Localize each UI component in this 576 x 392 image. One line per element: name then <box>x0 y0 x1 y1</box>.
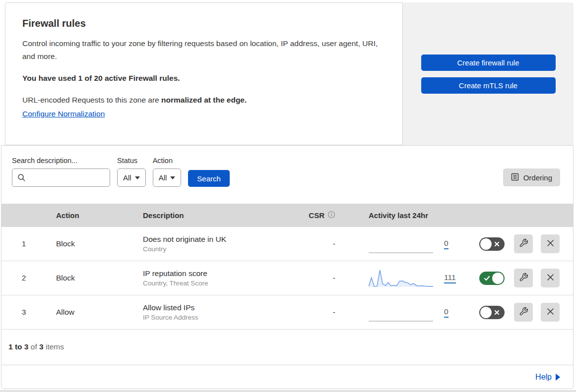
list-icon <box>511 173 519 182</box>
action-label: Action <box>153 157 182 165</box>
chevron-down-icon <box>170 176 175 179</box>
status-label: Status <box>117 157 146 165</box>
create-firewall-rule-button[interactable]: Create firewall rule <box>421 55 556 71</box>
table-row: 2 Block IP reputation score Country, Thr… <box>1 261 573 295</box>
activity-count-link[interactable]: 0 <box>444 239 448 249</box>
rule-enabled-toggle[interactable] <box>479 237 505 251</box>
toggle-knob <box>480 307 492 318</box>
rule-action: Block <box>46 239 133 248</box>
filter-bar: Search description... Status All Action … <box>1 146 573 204</box>
header-activity: Activity last 24hr <box>341 211 468 220</box>
wrench-icon <box>519 238 528 249</box>
search-group: Search description... <box>12 157 110 187</box>
check-icon <box>483 275 491 282</box>
close-icon <box>546 273 555 283</box>
wrench-icon <box>519 273 528 283</box>
activity-count-link[interactable]: 111 <box>444 273 456 283</box>
wrench-icon <box>519 307 528 318</box>
close-icon <box>546 239 555 249</box>
rules-table-body: 1 Block Does not originate in UK Country… <box>1 227 573 330</box>
activity-sparkline <box>369 233 433 255</box>
status-selected-value: All <box>123 173 131 182</box>
toggle-knob <box>492 273 504 284</box>
help-label: Help <box>535 373 552 382</box>
configure-normalization-link[interactable]: Configure Normalization <box>22 110 105 118</box>
help-bar: Help <box>1 365 573 389</box>
rule-fields: Country <box>143 245 292 253</box>
next-section-edge <box>0 390 576 392</box>
info-icon[interactable] <box>327 211 335 220</box>
normalization-text: URL-encoded Requests to this zone are <box>22 96 161 104</box>
search-button[interactable]: Search <box>188 170 230 187</box>
table-header: Action Description CSR Activity last 24h… <box>1 204 573 227</box>
header-csr: CSR <box>309 211 324 220</box>
page-title: Firewall rules <box>22 18 385 29</box>
rule-action: Block <box>46 274 133 282</box>
rule-csr-value: - <box>333 274 335 282</box>
summary-total: 3 <box>39 342 44 351</box>
normalization-bold-text: normalized at the edge. <box>161 96 247 104</box>
search-input[interactable] <box>12 168 110 187</box>
summary-range: 1 to 3 <box>8 342 28 351</box>
close-icon <box>546 307 555 317</box>
rule-enabled-toggle[interactable] <box>479 272 505 285</box>
cta-panel: Create firewall rule Create mTLS rule <box>403 2 574 145</box>
activity-sparkline <box>369 301 433 323</box>
chevron-right-icon <box>556 374 560 381</box>
edit-rule-button[interactable] <box>514 234 533 253</box>
rule-priority: 1 <box>1 239 46 248</box>
delete-rule-button[interactable] <box>541 234 560 253</box>
usage-summary: You have used 1 of 20 active Firewall ru… <box>22 74 385 83</box>
toggle-knob <box>480 238 492 250</box>
action-filter-group: Action All <box>153 157 182 187</box>
header-description: Description <box>133 211 292 220</box>
chevron-down-icon <box>135 176 140 179</box>
action-select[interactable]: All <box>153 168 182 187</box>
firewall-intro-card: Firewall rules Control incoming traffic … <box>5 2 403 145</box>
rule-fields: Country, Threat Score <box>143 280 292 287</box>
edit-rule-button[interactable] <box>514 269 533 287</box>
x-icon <box>493 309 501 316</box>
action-selected-value: All <box>159 173 167 182</box>
edit-rule-button[interactable] <box>514 303 533 322</box>
rule-description: Allow listed IPs <box>143 303 292 312</box>
rule-csr-value: - <box>333 239 335 248</box>
rule-priority: 2 <box>1 274 46 282</box>
search-label: Search description... <box>12 157 110 165</box>
ordering-button[interactable]: Ordering <box>503 168 560 186</box>
normalization-note: URL-encoded Requests to this zone are no… <box>22 96 385 105</box>
rule-action: Allow <box>46 308 133 317</box>
intro-section: Firewall rules Control incoming traffic … <box>5 2 574 145</box>
create-mtls-rule-button[interactable]: Create mTLS rule <box>421 77 556 94</box>
rule-priority: 3 <box>1 308 46 317</box>
table-row: 1 Block Does not originate in UK Country… <box>1 227 573 261</box>
table-row: 3 Allow Allow listed IPs IP Source Addre… <box>1 295 573 330</box>
intro-description: Control incoming traffic to your zone by… <box>22 37 380 63</box>
search-icon <box>17 173 26 184</box>
delete-rule-button[interactable] <box>541 303 560 322</box>
status-filter-group: Status All <box>117 157 146 187</box>
rule-description: Does not originate in UK <box>143 235 292 244</box>
header-action: Action <box>46 211 133 220</box>
pagination-summary: 1 to 3 of 3 items <box>1 330 573 365</box>
rules-list-card: Search description... Status All Action … <box>1 145 574 389</box>
ordering-label: Ordering <box>523 173 552 182</box>
activity-sparkline <box>369 267 433 289</box>
rule-enabled-toggle[interactable] <box>479 306 505 319</box>
activity-count-link[interactable]: 0 <box>444 307 448 318</box>
delete-rule-button[interactable] <box>541 269 560 287</box>
status-select[interactable]: All <box>117 168 146 187</box>
rule-description: IP reputation score <box>143 269 292 278</box>
summary-of: of <box>31 342 37 351</box>
summary-items: items <box>46 342 64 351</box>
help-link[interactable]: Help <box>535 373 560 382</box>
rule-fields: IP Source Address <box>143 314 292 321</box>
rule-csr-value: - <box>333 308 335 317</box>
x-icon <box>493 240 501 248</box>
